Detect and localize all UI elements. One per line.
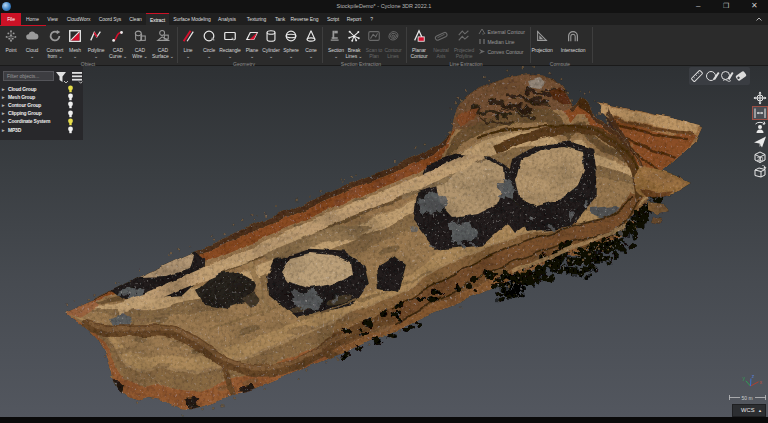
svg-text:z: z <box>752 373 755 379</box>
svg-text:x: x <box>760 379 763 385</box>
svg-text:y: y <box>743 375 746 381</box>
svg-text:50 m: 50 m <box>742 395 753 401</box>
svg-text:x: x <box>482 31 484 36</box>
svg-text:2D: 2D <box>757 156 764 162</box>
